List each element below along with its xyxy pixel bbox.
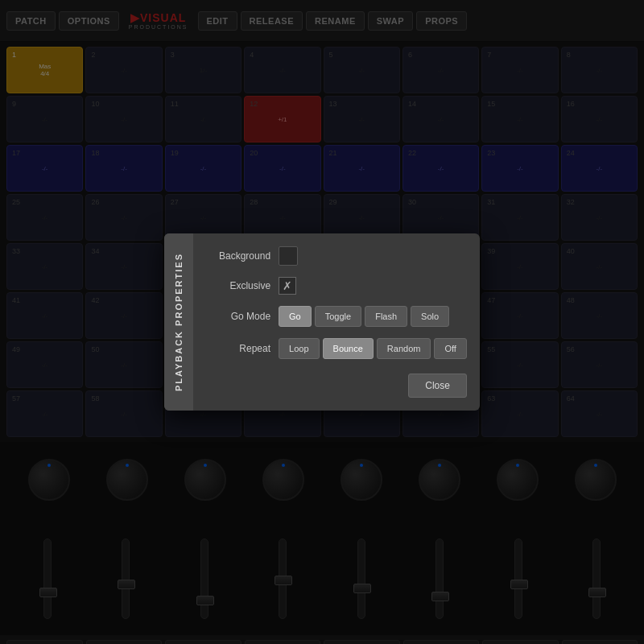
go-mode-label: Go Mode: [206, 311, 270, 322]
repeat-label: Repeat: [206, 343, 270, 354]
go-mode-buttons: Go Toggle Flash Solo: [279, 306, 449, 327]
modal-title: PLAYBACK PROPERTIES: [174, 253, 184, 391]
go-mode-solo-button[interactable]: Solo: [411, 306, 449, 327]
exclusive-checkbox[interactable]: ✗: [279, 277, 296, 295]
modal-sidebar: PLAYBACK PROPERTIES: [164, 233, 193, 411]
repeat-loop-button[interactable]: Loop: [279, 338, 319, 359]
modal-body: Background Exclusive ✗ Go Mode Go Toggle…: [193, 233, 480, 411]
modal-overlay: PLAYBACK PROPERTIES Background Exclusive…: [0, 0, 644, 644]
go-mode-row: Go Mode Go Toggle Flash Solo: [206, 306, 467, 327]
exclusive-label: Exclusive: [206, 280, 270, 291]
repeat-bounce-button[interactable]: Bounce: [323, 338, 374, 359]
repeat-random-button[interactable]: Random: [377, 338, 431, 359]
background-color-picker[interactable]: [279, 246, 298, 266]
repeat-row: Repeat Loop Bounce Random Off: [206, 338, 467, 359]
playback-properties-modal: PLAYBACK PROPERTIES Background Exclusive…: [164, 233, 480, 411]
go-mode-flash-button[interactable]: Flash: [365, 306, 407, 327]
repeat-buttons: Loop Bounce Random Off: [279, 338, 467, 359]
repeat-off-button[interactable]: Off: [434, 338, 466, 359]
exclusive-row: Exclusive ✗: [206, 277, 467, 295]
go-mode-go-button[interactable]: Go: [279, 306, 312, 327]
background-label: Background: [206, 250, 270, 262]
go-mode-toggle-button[interactable]: Toggle: [315, 306, 361, 327]
background-row: Background: [206, 246, 467, 266]
modal-close-button[interactable]: Close: [408, 374, 467, 398]
